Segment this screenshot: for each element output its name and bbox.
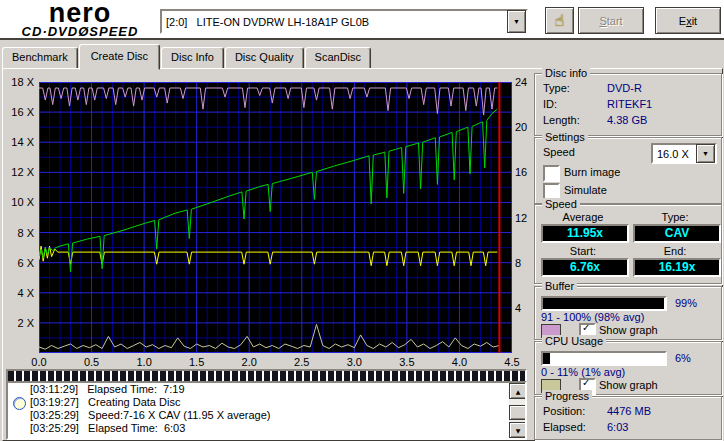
start-button[interactable]: Start bbox=[578, 7, 644, 34]
info-row: Position:4476 MB bbox=[543, 405, 585, 417]
speed-lcd-value: CAV bbox=[633, 224, 721, 243]
disc-info-group: Disc info Type:DVD-RID:RITEKF1Length:4.3… bbox=[534, 73, 722, 136]
y-axis-right-tick: 24 bbox=[515, 76, 527, 88]
checkbox-label: Simulate bbox=[564, 184, 607, 196]
logo-subtext: CD·DVDØSPEED bbox=[4, 25, 156, 38]
buffer-percent: 99% bbox=[675, 297, 697, 309]
settings-group: Settings Speed 16.0 X ▼ Burn imageSimula… bbox=[534, 137, 722, 204]
tab-scandisc[interactable]: ScanDisc bbox=[305, 47, 371, 69]
header-bar: nero CD·DVDØSPEED [2:0] LITE-ON DVDRW LH… bbox=[0, 0, 724, 40]
cpu-bar bbox=[541, 351, 667, 366]
group-title: Buffer bbox=[542, 280, 577, 292]
speed-select-value: 16.0 X bbox=[653, 148, 696, 160]
x-axis-tick: 2.5 bbox=[290, 356, 314, 368]
disc-icon: Ø bbox=[78, 24, 89, 39]
tab-benchmark[interactable]: Benchmark bbox=[2, 47, 78, 69]
speed-lcd-value: 6.76x bbox=[541, 258, 629, 277]
log-lines: [03:11:29] Elapsed Time: 7:19[03:19:27] … bbox=[8, 383, 509, 438]
tab-create-disc[interactable]: Create Disc bbox=[79, 44, 160, 70]
group-title: CPU Usage bbox=[542, 335, 606, 347]
checkbox-label: Burn image bbox=[564, 166, 620, 178]
speed-cell-label: Average bbox=[539, 211, 627, 223]
scrollbar-thumb[interactable] bbox=[509, 405, 527, 420]
buffer-range: 91 - 100% (98% avg) bbox=[541, 311, 644, 323]
tab-disc-quality[interactable]: Disc Quality bbox=[225, 47, 304, 69]
y-axis-right-tick: 20 bbox=[515, 121, 527, 133]
speed-lcd-value: 11.95x bbox=[541, 224, 629, 243]
hand-icon: ☝ bbox=[555, 11, 565, 30]
chevron-down-icon[interactable]: ▼ bbox=[507, 10, 526, 33]
y-axis-left-tick: 12 X bbox=[3, 166, 34, 178]
write-options-button[interactable]: ☝ bbox=[545, 7, 574, 34]
burn-image-checkbox[interactable] bbox=[543, 165, 560, 182]
info-row: ID:RITEKF1 bbox=[543, 98, 557, 110]
x-axis-tick: 0.0 bbox=[27, 356, 51, 368]
exit-button[interactable]: Exit bbox=[655, 7, 721, 34]
y-axis-right-tick: 16 bbox=[515, 166, 527, 178]
speed-cell-label: Type: bbox=[631, 211, 719, 223]
y-axis-left-tick: 4 X bbox=[3, 287, 34, 299]
progress-group: Progress Position:4476 MBElapsed:6:03 bbox=[534, 396, 722, 440]
log-line: [03:11:29] Elapsed Time: 7:19 bbox=[8, 383, 509, 396]
scroll-up-icon[interactable]: ▲ bbox=[509, 383, 527, 399]
speed-lcd-value: 16.19x bbox=[633, 258, 721, 277]
drive-select-dropdown[interactable]: [2:0] LITE-ON DVDRW LH-18A1P GL0B ▼ bbox=[160, 9, 528, 34]
series-cpu-usage bbox=[39, 324, 499, 349]
x-axis-tick: 4.5 bbox=[500, 356, 524, 368]
buffer-bar bbox=[541, 296, 667, 311]
y-axis-left-tick: 8 X bbox=[3, 227, 34, 239]
nero-logo: nero CD·DVDØSPEED bbox=[4, 0, 156, 38]
speed-group: Speed Average11.95xType:CAVStart:6.76xEn… bbox=[534, 204, 722, 284]
y-axis-left-tick: 10 X bbox=[3, 196, 34, 208]
speed-select-dropdown[interactable]: 16.0 X ▼ bbox=[651, 143, 717, 164]
y-axis-right-tick: 8 bbox=[515, 257, 521, 269]
info-row: Length:4.38 GB bbox=[543, 114, 580, 126]
cpu-usage-group: CPU Usage 6% 0 - 11% (1% avg) ✓ Show gra… bbox=[534, 341, 722, 395]
x-axis-tick: 1.5 bbox=[185, 356, 209, 368]
info-row: Type:DVD-R bbox=[543, 82, 570, 94]
speed-chart bbox=[39, 82, 512, 353]
x-axis-tick: 2.0 bbox=[237, 356, 261, 368]
buffer-group: Buffer 99% 91 - 100% (98% avg) ✓ Show gr… bbox=[534, 286, 722, 340]
log-scrollbar[interactable]: ▲ ▼ bbox=[509, 383, 525, 438]
y-axis-left-tick: 2 X bbox=[3, 317, 34, 329]
group-title: Disc info bbox=[542, 67, 590, 79]
x-axis-tick: 3.5 bbox=[395, 356, 419, 368]
x-axis-tick: 1.0 bbox=[132, 356, 156, 368]
scroll-down-icon[interactable]: ▼ bbox=[509, 422, 527, 438]
log-line: [03:25:29] Speed:7-16 X CAV (11.95 X ave… bbox=[8, 409, 509, 422]
tab-bar: BenchmarkCreate DiscDisc InfoDisc Qualit… bbox=[2, 46, 372, 69]
drive-select-value: [2:0] LITE-ON DVDRW LH-18A1P GL0B bbox=[162, 16, 507, 28]
x-axis-tick: 4.0 bbox=[447, 356, 471, 368]
x-axis-tick: 0.5 bbox=[80, 356, 104, 368]
group-title: Settings bbox=[542, 131, 588, 143]
info-row: Elapsed:6:03 bbox=[543, 421, 586, 433]
show-graph-label: Show graph bbox=[599, 324, 658, 336]
logo-text: nero bbox=[4, 0, 156, 27]
y-axis-left-tick: 18 X bbox=[3, 76, 34, 88]
y-axis-left-tick: 14 X bbox=[3, 136, 34, 148]
y-axis-right-tick: 4 bbox=[515, 302, 521, 314]
log-line: [03:25:29] Elapsed Time: 6:03 bbox=[8, 422, 509, 435]
group-title: Speed bbox=[542, 198, 580, 210]
chevron-down-icon[interactable]: ▼ bbox=[696, 144, 715, 163]
x-axis-tick: 3.0 bbox=[342, 356, 366, 368]
y-axis-left-tick: 6 X bbox=[3, 257, 34, 269]
tab-disc-info[interactable]: Disc Info bbox=[161, 47, 224, 69]
y-axis-left-tick: 16 X bbox=[3, 106, 34, 118]
cpu-percent: 6% bbox=[675, 352, 691, 364]
series-buffer-level bbox=[39, 88, 497, 115]
create-disc-panel: 18 X16 X14 X12 X10 X8 X6 X4 X2 X24201612… bbox=[2, 68, 723, 441]
speed-label: Speed bbox=[543, 146, 575, 158]
speed-cell-label: End: bbox=[631, 245, 719, 257]
speed-cell-label: Start: bbox=[539, 245, 627, 257]
app-window: nero CD·DVDØSPEED [2:0] LITE-ON DVDRW LH… bbox=[0, 0, 724, 441]
log-listbox[interactable]: [03:11:29] Elapsed Time: 7:19[03:19:27] … bbox=[6, 381, 527, 440]
log-line: [03:19:27] Creating Data Disc bbox=[8, 396, 509, 409]
y-axis-right-tick: 12 bbox=[515, 212, 527, 224]
group-title: Progress bbox=[542, 390, 592, 402]
show-graph-label: Show graph bbox=[599, 379, 658, 391]
